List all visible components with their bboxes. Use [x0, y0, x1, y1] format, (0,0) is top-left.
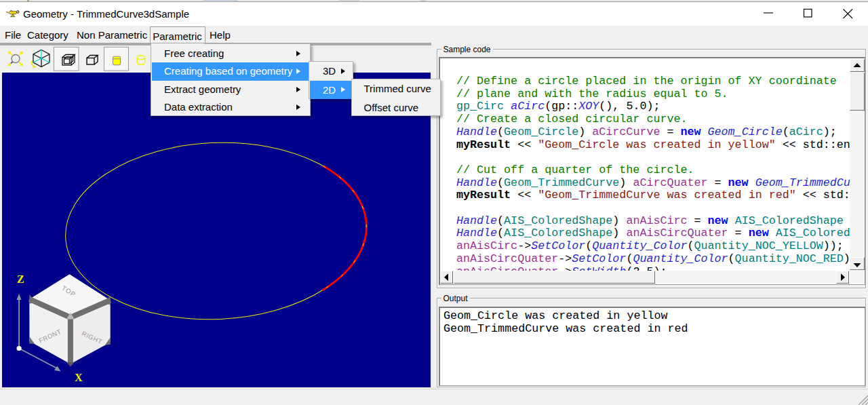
svg-text:Z: Z [17, 273, 24, 285]
svg-text:X: X [75, 372, 83, 383]
